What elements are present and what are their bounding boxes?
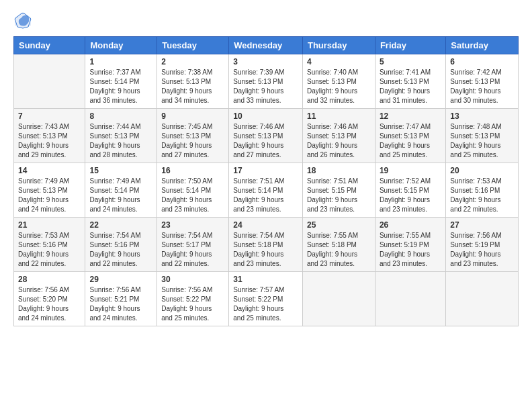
day-info: Sunrise: 7:42 AM Sunset: 5:13 PM Dayligh… xyxy=(450,68,514,105)
weekday-header-cell: Thursday xyxy=(302,37,375,54)
day-number: 31 xyxy=(233,275,298,284)
day-number: 22 xyxy=(89,220,152,230)
calendar-day-cell: 15Sunrise: 7:49 AM Sunset: 5:14 PM Dayli… xyxy=(85,163,157,218)
day-number: 17 xyxy=(233,166,298,175)
calendar-week-row: 14Sunrise: 7:49 AM Sunset: 5:13 PM Dayli… xyxy=(14,163,519,218)
day-number: 29 xyxy=(89,275,152,284)
calendar-week-row: 21Sunrise: 7:53 AM Sunset: 5:16 PM Dayli… xyxy=(14,218,519,272)
calendar-day-cell: 19Sunrise: 7:52 AM Sunset: 5:15 PM Dayli… xyxy=(375,163,445,218)
logo-icon xyxy=(13,11,32,30)
calendar: SundayMondayTuesdayWednesdayThursdayFrid… xyxy=(13,36,519,326)
weekday-header-cell: Sunday xyxy=(14,37,85,54)
day-number: 3 xyxy=(233,57,298,66)
day-info: Sunrise: 7:54 AM Sunset: 5:18 PM Dayligh… xyxy=(233,231,298,269)
calendar-day-cell: 21Sunrise: 7:53 AM Sunset: 5:16 PM Dayli… xyxy=(14,218,85,272)
day-info: Sunrise: 7:54 AM Sunset: 5:17 PM Dayligh… xyxy=(161,231,224,269)
day-number: 15 xyxy=(89,166,152,175)
header xyxy=(13,11,519,30)
calendar-day-cell: 9Sunrise: 7:45 AM Sunset: 5:13 PM Daylig… xyxy=(157,109,229,163)
calendar-day-cell: 12Sunrise: 7:47 AM Sunset: 5:13 PM Dayli… xyxy=(375,109,445,163)
day-number: 7 xyxy=(18,111,81,121)
day-number: 2 xyxy=(161,57,224,66)
day-info: Sunrise: 7:49 AM Sunset: 5:14 PM Dayligh… xyxy=(89,177,152,214)
day-number: 27 xyxy=(450,220,514,230)
day-number: 16 xyxy=(161,166,224,175)
calendar-day-cell: 5Sunrise: 7:41 AM Sunset: 5:13 PM Daylig… xyxy=(375,54,445,109)
day-info: Sunrise: 7:47 AM Sunset: 5:13 PM Dayligh… xyxy=(380,122,441,160)
day-number: 9 xyxy=(161,111,224,121)
day-info: Sunrise: 7:46 AM Sunset: 5:13 PM Dayligh… xyxy=(307,122,371,160)
day-number: 1 xyxy=(89,57,152,66)
weekday-header-cell: Monday xyxy=(85,37,157,54)
calendar-day-cell: 24Sunrise: 7:54 AM Sunset: 5:18 PM Dayli… xyxy=(229,218,303,272)
calendar-day-cell: 20Sunrise: 7:53 AM Sunset: 5:16 PM Dayli… xyxy=(446,163,519,218)
day-number: 5 xyxy=(380,57,441,66)
weekday-header-cell: Saturday xyxy=(446,37,519,54)
day-info: Sunrise: 7:46 AM Sunset: 5:13 PM Dayligh… xyxy=(233,122,298,160)
day-number: 8 xyxy=(89,111,152,121)
day-info: Sunrise: 7:55 AM Sunset: 5:18 PM Dayligh… xyxy=(307,231,371,269)
day-info: Sunrise: 7:41 AM Sunset: 5:13 PM Dayligh… xyxy=(380,68,441,105)
day-info: Sunrise: 7:56 AM Sunset: 5:19 PM Dayligh… xyxy=(450,231,514,269)
day-number: 25 xyxy=(307,220,371,230)
day-info: Sunrise: 7:56 AM Sunset: 5:22 PM Dayligh… xyxy=(161,285,224,323)
day-number: 6 xyxy=(450,57,514,66)
calendar-body: 1Sunrise: 7:37 AM Sunset: 5:14 PM Daylig… xyxy=(14,54,519,326)
page: SundayMondayTuesdayWednesdayThursdayFrid… xyxy=(0,0,532,411)
day-number: 14 xyxy=(18,166,81,175)
calendar-week-row: 1Sunrise: 7:37 AM Sunset: 5:14 PM Daylig… xyxy=(14,54,519,109)
calendar-day-cell: 4Sunrise: 7:40 AM Sunset: 5:13 PM Daylig… xyxy=(302,54,375,109)
day-number: 12 xyxy=(380,111,441,121)
day-number: 18 xyxy=(307,166,371,175)
day-info: Sunrise: 7:53 AM Sunset: 5:16 PM Dayligh… xyxy=(450,177,514,214)
day-info: Sunrise: 7:51 AM Sunset: 5:15 PM Dayligh… xyxy=(307,177,371,214)
calendar-day-cell: 23Sunrise: 7:54 AM Sunset: 5:17 PM Dayli… xyxy=(157,218,229,272)
day-info: Sunrise: 7:53 AM Sunset: 5:16 PM Dayligh… xyxy=(18,231,81,269)
weekday-header-row: SundayMondayTuesdayWednesdayThursdayFrid… xyxy=(14,37,519,54)
calendar-day-cell: 16Sunrise: 7:50 AM Sunset: 5:14 PM Dayli… xyxy=(157,163,229,218)
calendar-day-cell: 7Sunrise: 7:43 AM Sunset: 5:13 PM Daylig… xyxy=(14,109,85,163)
day-number: 30 xyxy=(161,275,224,284)
calendar-day-cell: 2Sunrise: 7:38 AM Sunset: 5:13 PM Daylig… xyxy=(157,54,229,109)
day-number: 11 xyxy=(307,111,371,121)
calendar-day-cell: 31Sunrise: 7:57 AM Sunset: 5:22 PM Dayli… xyxy=(229,272,303,326)
calendar-day-cell: 6Sunrise: 7:42 AM Sunset: 5:13 PM Daylig… xyxy=(446,54,519,109)
day-info: Sunrise: 7:50 AM Sunset: 5:14 PM Dayligh… xyxy=(161,177,224,214)
calendar-day-cell: 27Sunrise: 7:56 AM Sunset: 5:19 PM Dayli… xyxy=(446,218,519,272)
day-info: Sunrise: 7:43 AM Sunset: 5:13 PM Dayligh… xyxy=(18,122,81,160)
day-number: 10 xyxy=(233,111,298,121)
day-number: 4 xyxy=(307,57,371,66)
day-info: Sunrise: 7:39 AM Sunset: 5:13 PM Dayligh… xyxy=(233,68,298,105)
day-number: 28 xyxy=(18,275,81,284)
day-info: Sunrise: 7:51 AM Sunset: 5:14 PM Dayligh… xyxy=(233,177,298,214)
logo xyxy=(13,11,35,30)
day-info: Sunrise: 7:37 AM Sunset: 5:14 PM Dayligh… xyxy=(89,68,152,105)
calendar-day-cell: 13Sunrise: 7:48 AM Sunset: 5:13 PM Dayli… xyxy=(446,109,519,163)
day-info: Sunrise: 7:49 AM Sunset: 5:13 PM Dayligh… xyxy=(18,177,81,214)
calendar-day-cell: 11Sunrise: 7:46 AM Sunset: 5:13 PM Dayli… xyxy=(302,109,375,163)
calendar-day-cell: 8Sunrise: 7:44 AM Sunset: 5:13 PM Daylig… xyxy=(85,109,157,163)
day-number: 21 xyxy=(18,220,81,230)
weekday-header-cell: Wednesday xyxy=(229,37,303,54)
calendar-day-cell: 17Sunrise: 7:51 AM Sunset: 5:14 PM Dayli… xyxy=(229,163,303,218)
calendar-day-cell: 10Sunrise: 7:46 AM Sunset: 5:13 PM Dayli… xyxy=(229,109,303,163)
calendar-day-cell: 30Sunrise: 7:56 AM Sunset: 5:22 PM Dayli… xyxy=(157,272,229,326)
day-info: Sunrise: 7:57 AM Sunset: 5:22 PM Dayligh… xyxy=(233,285,298,323)
day-number: 26 xyxy=(380,220,441,230)
calendar-day-cell: 3Sunrise: 7:39 AM Sunset: 5:13 PM Daylig… xyxy=(229,54,303,109)
weekday-header-cell: Tuesday xyxy=(157,37,229,54)
calendar-day-cell: 1Sunrise: 7:37 AM Sunset: 5:14 PM Daylig… xyxy=(85,54,157,109)
day-info: Sunrise: 7:56 AM Sunset: 5:21 PM Dayligh… xyxy=(89,285,152,323)
day-number: 19 xyxy=(380,166,441,175)
calendar-day-cell: 29Sunrise: 7:56 AM Sunset: 5:21 PM Dayli… xyxy=(85,272,157,326)
day-number: 20 xyxy=(450,166,514,175)
day-info: Sunrise: 7:38 AM Sunset: 5:13 PM Dayligh… xyxy=(161,68,224,105)
day-info: Sunrise: 7:45 AM Sunset: 5:13 PM Dayligh… xyxy=(161,122,224,160)
calendar-day-cell: 18Sunrise: 7:51 AM Sunset: 5:15 PM Dayli… xyxy=(302,163,375,218)
calendar-day-cell xyxy=(14,54,85,109)
calendar-week-row: 28Sunrise: 7:56 AM Sunset: 5:20 PM Dayli… xyxy=(14,272,519,326)
day-info: Sunrise: 7:48 AM Sunset: 5:13 PM Dayligh… xyxy=(450,122,514,160)
day-number: 13 xyxy=(450,111,514,121)
calendar-day-cell: 26Sunrise: 7:55 AM Sunset: 5:19 PM Dayli… xyxy=(375,218,445,272)
day-info: Sunrise: 7:55 AM Sunset: 5:19 PM Dayligh… xyxy=(380,231,441,269)
